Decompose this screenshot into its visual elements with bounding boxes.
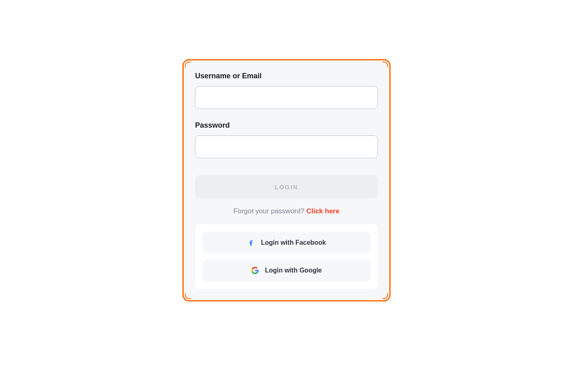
facebook-icon [247, 239, 255, 247]
forgot-password-text: Forgot your password? [233, 207, 306, 215]
selection-corner-icon [185, 62, 191, 67]
forgot-password-row: Forgot your password? Click here [195, 207, 378, 215]
password-label: Password [195, 121, 378, 130]
login-google-label: Login with Google [265, 267, 322, 274]
forgot-password-link[interactable]: Click here [306, 207, 340, 215]
login-google-button[interactable]: Login with Google [202, 259, 371, 281]
selection-corner-icon [382, 62, 388, 67]
username-label: Username or Email [195, 72, 378, 80]
social-login-container: Login with Facebook Login with Google [195, 224, 378, 289]
login-button[interactable]: LOGIN [195, 175, 378, 198]
google-icon [251, 266, 259, 275]
login-facebook-label: Login with Facebook [261, 239, 326, 246]
password-field-group: Password [195, 121, 378, 158]
username-field-group: Username or Email [195, 72, 378, 109]
selection-corner-icon [185, 293, 191, 299]
login-card: Username or Email Password LOGIN Forgot … [182, 59, 391, 301]
username-input[interactable] [195, 86, 378, 109]
selection-corner-icon [382, 293, 388, 299]
password-input[interactable] [195, 135, 378, 158]
login-facebook-button[interactable]: Login with Facebook [202, 232, 371, 254]
